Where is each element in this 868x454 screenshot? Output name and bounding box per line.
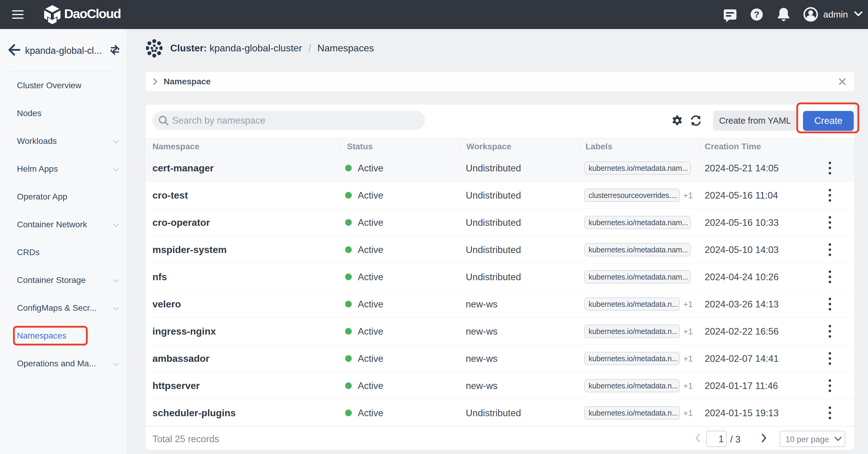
svg-text:?: ? [754, 9, 760, 19]
